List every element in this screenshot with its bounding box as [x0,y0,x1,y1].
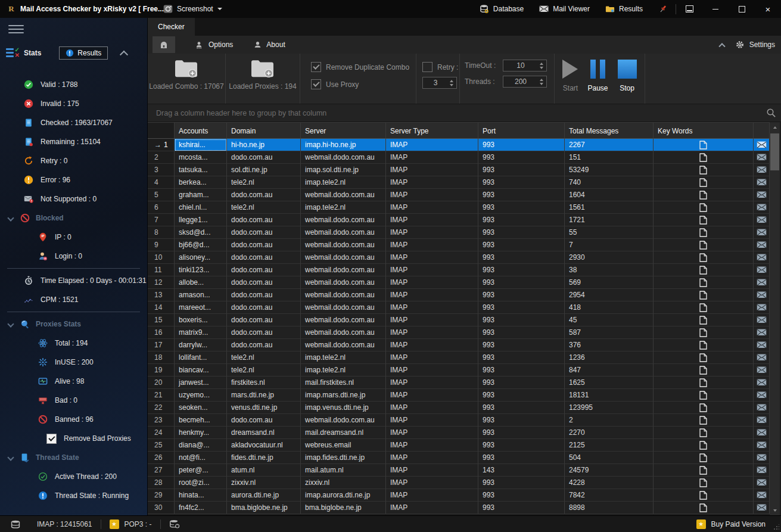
page-icon[interactable] [699,416,707,425]
pin-button[interactable] [651,0,676,18]
page-icon[interactable] [699,153,707,162]
table-row[interactable]: 27peter@...atum.nlmail.atum.nlIMAP143245… [148,464,770,477]
dock-window-button[interactable] [676,0,702,18]
mail-viewer-icon[interactable] [757,291,767,298]
stop-button[interactable]: Stop [618,60,637,92]
table-row[interactable]: 25diana@...akladvocatuur.nlwebreus.email… [148,439,770,452]
table-row[interactable]: 14mareeot...dodo.com.auwebmail.dodo.com.… [148,301,770,314]
mail-viewer-icon[interactable] [757,279,767,286]
page-icon[interactable] [699,478,707,487]
table-row[interactable]: 24henkmy...dreamsand.nlmail.dreamsand.nl… [148,427,770,439]
page-icon[interactable] [699,228,707,237]
header-total-messages[interactable]: Total Messages [565,122,654,139]
table-row[interactable]: 17darrylw...dodo.com.auwebmail.dodo.com.… [148,339,770,351]
timeout-stepper[interactable]: 10 [503,60,547,71]
page-icon[interactable] [699,141,707,150]
mail-viewer-icon[interactable] [757,216,767,223]
close-button[interactable]: × [755,0,781,18]
mail-viewer-icon[interactable] [757,154,767,161]
page-icon[interactable] [699,466,707,475]
table-row[interactable]: →1kshirai...hi-ho.ne.jpimap.hi-ho.ne.jpI… [148,139,770,151]
page-icon[interactable] [699,316,707,325]
table-row[interactable]: 18lollifant...tele2.nlimap.tele2.nlIMAP9… [148,351,770,364]
minimize-button[interactable] [702,0,729,18]
table-row[interactable]: 26not@fi...fides.dti.ne.jpimap.fides.dti… [148,452,770,464]
collapse-chevron-icon[interactable] [120,51,128,59]
menu-options[interactable]: Options [195,41,233,49]
mail-viewer-icon[interactable] [757,329,767,336]
mail-viewer-icon[interactable] [757,204,767,211]
header-domain[interactable]: Domain [227,122,301,139]
table-row[interactable]: 22seoken...venus.dti.ne.jpimap.venus.dti… [148,402,770,414]
sidebar-item-blocked[interactable]: Blocked [0,209,147,228]
table-row[interactable]: 13amason...dodo.com.auwebmail.dodo.com.a… [148,289,770,301]
mail-viewer-icon[interactable] [757,479,767,486]
table-row[interactable]: 28root@zi...zixxiv.nlzixxiv.nlIMAP993422… [148,477,770,489]
page-icon[interactable] [699,178,707,187]
db-sync-icon[interactable] [161,519,188,528]
sidebar-item-proxies-stats[interactable]: Proxies Stats [0,315,147,334]
mail-viewer-icon[interactable] [757,141,767,148]
page-icon[interactable] [699,378,707,387]
retry-stepper[interactable]: 3 [422,77,457,89]
mail-viewer-icon[interactable] [757,504,767,511]
load-proxies-button[interactable]: Loaded Proxies : 194 [226,54,300,104]
table-row[interactable]: 12allobe...dodo.com.auwebmail.dodo.com.a… [148,276,770,289]
mail-viewer-button[interactable]: Mail Viewer [531,0,598,18]
stepper-arrows-icon[interactable] [538,79,546,85]
mail-viewer-icon[interactable] [757,341,767,349]
use-proxy-checkbox[interactable]: Use Proxy [311,79,416,89]
page-icon[interactable] [699,278,707,287]
table-row[interactable]: 5graham...dodo.com.auwebmail.dodo.com.au… [148,189,770,201]
page-icon[interactable] [699,503,707,512]
page-icon[interactable] [699,203,707,212]
page-icon[interactable] [699,241,707,250]
header-server[interactable]: Server [301,122,386,139]
group-by-bar[interactable]: Drag a column header here to group by th… [148,104,781,122]
table-row[interactable]: 2mcosta...dodo.com.auwebmail.dodo.com.au… [148,151,770,164]
mail-viewer-icon[interactable] [757,191,767,198]
page-icon[interactable] [699,291,707,300]
results-button[interactable]: Results [598,0,651,18]
mail-viewer-icon[interactable] [757,391,767,399]
mail-viewer-icon[interactable] [757,266,767,273]
header-key-words[interactable]: Key Words [654,122,754,139]
table-row[interactable]: 7llegge1...dodo.com.auwebmail.dodo.com.a… [148,214,770,226]
table-row[interactable]: 16matrix9...dodo.com.auwebmail.dodo.com.… [148,326,770,339]
page-icon[interactable] [699,403,707,412]
load-combo-button[interactable]: Loaded Combo : 17067 [148,54,226,104]
mail-viewer-icon[interactable] [757,254,767,261]
page-icon[interactable] [699,216,707,225]
mail-viewer-icon[interactable] [757,179,767,186]
mail-viewer-icon[interactable] [757,354,767,361]
search-icon[interactable] [766,108,776,118]
resize-grip[interactable] [773,524,779,530]
remove-duplicate-checkbox[interactable]: Remove Duplicate Combo [311,62,416,72]
sidebar-results-button[interactable]: Results [59,46,108,60]
buy-paid-version-button[interactable]: Buy Paid Version [711,520,766,528]
page-icon[interactable] [699,353,707,362]
table-row[interactable]: 29hinata...aurora.dti.ne.jpimap.aurora.d… [148,489,770,502]
table-row[interactable]: 9bj66@d...dodo.com.auwebmail.dodo.com.au… [148,239,770,251]
table-row[interactable]: 15boxeris...dodo.com.auwebmail.dodo.com.… [148,314,770,326]
page-icon[interactable] [699,328,707,337]
header-server-type[interactable]: Server Type [386,122,478,139]
table-row[interactable]: 3tatsuka...sol.dti.ne.jpimap.sol.dti.ne.… [148,164,770,176]
mail-viewer-icon[interactable] [757,404,767,411]
vertical-scrollbar[interactable] [770,122,780,515]
page-icon[interactable] [699,303,707,312]
mail-viewer-icon[interactable] [757,304,767,311]
mail-viewer-icon[interactable] [757,241,767,248]
header-port[interactable]: Port [478,122,565,139]
home-tab-button[interactable] [153,36,175,53]
table-row[interactable]: 21uzyemo...mars.dti.ne.jpimap.mars.dti.n… [148,389,770,402]
mail-viewer-icon[interactable] [757,379,767,386]
maximize-button[interactable] [729,0,755,18]
mail-viewer-icon[interactable] [757,416,767,424]
page-icon[interactable] [699,391,707,400]
page-icon[interactable] [699,366,707,375]
page-icon[interactable] [699,441,707,450]
page-icon[interactable] [699,453,707,462]
page-icon[interactable] [699,491,707,500]
stepper-arrows-icon[interactable] [538,63,546,69]
